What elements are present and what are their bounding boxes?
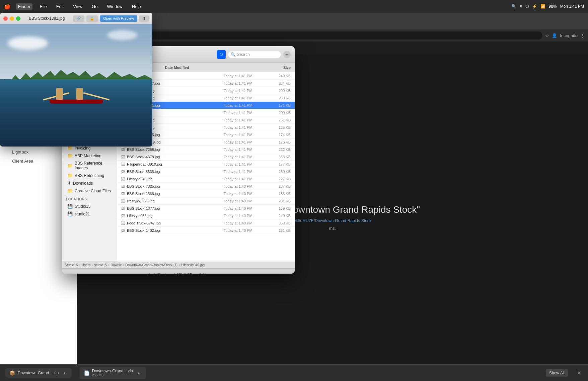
nav-right: ☆ 👤 Incognito ⋮ — [545, 33, 585, 38]
apple-menu[interactable]: 🍎 — [4, 3, 11, 10]
search-icon[interactable]: 🔍 — [511, 4, 516, 9]
dropbox-icon[interactable]: ⬡ — [525, 4, 529, 9]
close-download-bar[interactable]: ✕ — [576, 370, 583, 376]
file-row-14[interactable]: 🖼 Lifestyle046.jpg Today at 1:41 PM 227 … — [117, 175, 295, 183]
menubar-edit[interactable]: Edit — [54, 3, 66, 10]
file-row-15[interactable]: 🖼 BBS Stock-7325.jpg Today at 1:40 PM 28… — [117, 183, 295, 190]
finder-status: 1 of 47 selected, 271.9 GB available — [62, 268, 295, 274]
path-separator-3: › — [123, 263, 124, 267]
sidebar-item-studio15[interactable]: 💾 Studio15 — [63, 202, 116, 210]
sidebar-item-creative-cloud[interactable]: 📁 Creative Cloud Files — [63, 187, 116, 195]
file-icon: 🖼 — [121, 184, 125, 188]
bluetooth-icon[interactable]: ⚡ — [532, 4, 537, 9]
file-date: Today at 1:41 PM — [224, 148, 267, 152]
bookmark-icon[interactable]: ☆ — [545, 33, 549, 38]
open-with-preview-button[interactable]: Open with Preview — [100, 15, 137, 22]
sidebar-label-abp: ABP Marketing — [75, 154, 101, 158]
col-date-modified[interactable]: Date Modified — [165, 66, 264, 70]
file-date: Today at 1:40 PM — [224, 221, 267, 225]
nav-lightbox[interactable]: Lightbox — [7, 148, 70, 157]
menubar-window[interactable]: Window — [105, 3, 125, 10]
download-name-2: Downtown-Grand....zip — [92, 369, 133, 373]
path-item-0[interactable]: Studio15 — [65, 263, 78, 267]
preview-maximize[interactable] — [16, 16, 20, 21]
preview-minimize[interactable] — [10, 16, 14, 21]
file-size: 176 KB — [267, 140, 291, 144]
file-date: Today at 1:41 PM — [224, 133, 267, 137]
file-row-20[interactable]: 🖼 Food Truck-6947.jpg Today at 1:40 PM 3… — [117, 219, 295, 227]
file-row-18[interactable]: 🖼 BBS Stock-1377.jpg Today at 1:40 PM 16… — [117, 205, 295, 212]
preview-close[interactable] — [3, 16, 8, 21]
file-row-10[interactable]: 🖼 BBS Stock-7268.jpg Today at 1:41 PM 22… — [117, 146, 295, 153]
file-row-19[interactable]: 🖼 Lifestyle033.jpg Today at 1:40 PM 240 … — [117, 212, 295, 219]
sidebar-item-studio21[interactable]: 💾 studio21 — [63, 210, 116, 218]
dropbox-toolbar-icon[interactable]: ⬡ — [217, 50, 226, 59]
file-icon: 🖼 — [121, 192, 125, 196]
preview-filename: BBS Stock-1381.jpg — [23, 16, 70, 21]
share-button[interactable]: 🔗 — [73, 15, 84, 22]
file-date: Today at 1:41 PM — [224, 89, 267, 93]
path-item-2[interactable]: studio15 — [94, 263, 107, 267]
show-all-button[interactable]: Show All — [546, 369, 568, 377]
file-row-11[interactable]: 🖼 BBS Stock-4378.jpg Today at 1:41 PM 33… — [117, 153, 295, 161]
download-arrow-1[interactable]: ▲ — [61, 371, 68, 375]
creative-cloud-icon: 📁 — [67, 188, 73, 193]
menubar-help[interactable]: Help — [130, 3, 143, 10]
file-row-21[interactable]: 🖼 BBS Stock-1402.jpg Today at 1:40 PM 23… — [117, 227, 295, 234]
finder-search-field[interactable]: 🔍 Search — [228, 51, 281, 58]
share-2-button[interactable]: ⬆ — [139, 15, 149, 22]
nav-client-area[interactable]: Client Area — [7, 157, 70, 166]
file-date: Today at 1:41 PM — [224, 96, 267, 100]
studio15-icon: 💾 — [67, 204, 73, 209]
wifi-icon[interactable]: 📶 — [540, 4, 545, 9]
file-row-16[interactable]: 🖼 BBS Stock-1366.jpg Today at 1:40 PM 18… — [117, 190, 295, 197]
path-item-1[interactable]: Users — [82, 263, 90, 267]
sidebar-item-bbs-retouching[interactable]: 📁 BBS Retouching — [63, 172, 116, 179]
file-date: Today at 1:41 PM — [224, 162, 267, 166]
avatar-icon[interactable]: 👤 — [552, 33, 557, 38]
sidebar-label-creative-cloud: Creative Cloud Files — [75, 189, 111, 193]
file-row-17[interactable]: 🖼 lifestyle-6626.jpg Today at 1:40 PM 20… — [117, 197, 295, 205]
menubar-go[interactable]: Go — [90, 3, 99, 10]
file-icon: 🖼 — [121, 148, 125, 152]
add-button[interactable]: + — [283, 51, 291, 58]
path-item-4[interactable]: Downtown-Grand-Rapids-Stock (1) — [126, 263, 178, 267]
bbs-ref-icon: 📁 — [67, 163, 73, 168]
col-size[interactable]: Size — [264, 66, 291, 70]
file-size: 174 KB — [267, 133, 291, 137]
search-icon: 🔍 — [231, 52, 236, 57]
path-item-5[interactable]: Lifestyle040.jpg — [181, 263, 205, 267]
download-item-zip[interactable]: 📦 Downtown-Grand....zip ▲ — [5, 368, 72, 378]
path-item-3[interactable]: Downlc — [111, 263, 122, 267]
gallery-url[interactable]: ek8uMUZE/Downtown-Grand-Rapids-Stock — [294, 218, 371, 223]
lock-button[interactable]: 🔒 — [86, 15, 98, 22]
file-icon: 🖼 — [121, 170, 125, 174]
file-icon: 🖼 — [121, 206, 125, 210]
file-size: 359 KB — [267, 221, 291, 225]
file-size: 186 KB — [267, 192, 291, 196]
bbs-ret-icon: 📁 — [67, 173, 73, 178]
sidebar-item-abp[interactable]: 📁 ABP Marketing — [63, 152, 116, 160]
rowing-image — [0, 24, 152, 147]
file-name: BBS Stock-7325.jpg — [127, 184, 224, 188]
file-date: Today at 1:41 PM — [224, 118, 267, 122]
download-size-2: 256 MB — [92, 373, 133, 377]
sidebar-item-bbs-reference[interactable]: 📁 BBS Reference Images — [63, 160, 116, 172]
download-name-1: Downtown-Grand....zip — [18, 371, 59, 375]
file-size: 338 KB — [267, 155, 291, 159]
menubar-file[interactable]: File — [38, 3, 49, 10]
finder-search-area: ⬡ 🔍 Search + — [217, 50, 291, 59]
download-arrow-2[interactable]: ▲ — [136, 371, 142, 375]
file-icon: 🖼 — [121, 162, 125, 166]
clock: Mon 1:41 PM — [560, 4, 584, 9]
file-row-13[interactable]: 🖼 BBS Stock-8336.jpg Today at 1:41 PM 25… — [117, 168, 295, 175]
menu-icon[interactable]: ⋮ — [580, 33, 585, 38]
file-size: 251 KB — [267, 118, 291, 122]
sidebar-item-downloads[interactable]: ⬇ Downloads — [63, 179, 116, 187]
file-row-12[interactable]: 🖼 FTopenroad-3810.jpg Today at 1:41 PM 1… — [117, 161, 295, 168]
download-item-zip2[interactable]: 📄 Downtown-Grand....zip 256 MB ▲ — [80, 367, 146, 379]
menubar-finder[interactable]: Finder — [16, 3, 32, 10]
studio21-icon: 💾 — [67, 211, 73, 216]
notification-icon[interactable]: ≡ — [520, 4, 522, 9]
menubar-view[interactable]: View — [71, 3, 84, 10]
